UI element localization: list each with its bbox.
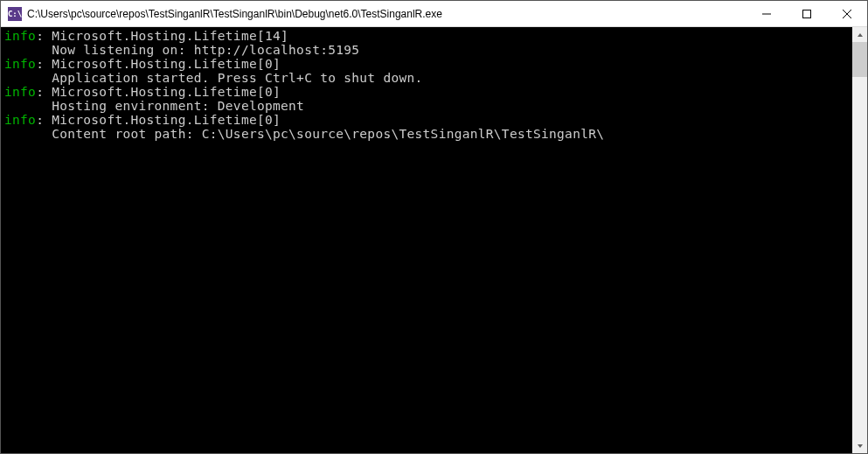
minimize-icon bbox=[762, 10, 771, 18]
log-message: Content root path: C:\Users\pc\source\re… bbox=[4, 127, 849, 141]
log-source: : Microsoft.Hosting.Lifetime[0] bbox=[36, 113, 281, 127]
chevron-down-icon bbox=[857, 443, 864, 450]
log-message: Application started. Press Ctrl+C to shu… bbox=[4, 71, 849, 85]
log-line-header: info: Microsoft.Hosting.Lifetime[0] bbox=[4, 57, 849, 71]
maximize-button[interactable] bbox=[787, 1, 827, 26]
maximize-icon bbox=[802, 10, 811, 18]
log-line-header: info: Microsoft.Hosting.Lifetime[0] bbox=[4, 113, 849, 127]
log-level: info bbox=[4, 29, 36, 43]
scroll-down-button[interactable] bbox=[852, 438, 867, 453]
close-button[interactable] bbox=[827, 1, 867, 26]
log-source: : Microsoft.Hosting.Lifetime[0] bbox=[36, 57, 281, 71]
svg-rect-1 bbox=[803, 10, 811, 17]
log-source: : Microsoft.Hosting.Lifetime[14] bbox=[36, 29, 288, 43]
log-line-header: info: Microsoft.Hosting.Lifetime[14] bbox=[4, 29, 849, 43]
app-icon: C:\ bbox=[8, 7, 22, 21]
log-level: info bbox=[4, 85, 36, 99]
vertical-scrollbar[interactable] bbox=[852, 27, 867, 453]
log-level: info bbox=[4, 113, 36, 127]
console-output[interactable]: info: Microsoft.Hosting.Lifetime[14] Now… bbox=[1, 27, 852, 453]
window-title: C:\Users\pc\source\repos\TestSinganlR\Te… bbox=[27, 8, 746, 20]
svg-marker-4 bbox=[858, 33, 863, 37]
scroll-track[interactable] bbox=[852, 42, 867, 438]
svg-marker-5 bbox=[858, 444, 863, 448]
log-level: info bbox=[4, 57, 36, 71]
scroll-thumb[interactable] bbox=[852, 42, 867, 77]
log-source: : Microsoft.Hosting.Lifetime[0] bbox=[36, 85, 281, 99]
log-message: Hosting environment: Development bbox=[4, 99, 849, 113]
log-line-header: info: Microsoft.Hosting.Lifetime[0] bbox=[4, 85, 849, 99]
minimize-button[interactable] bbox=[746, 1, 787, 26]
scroll-up-button[interactable] bbox=[852, 27, 867, 42]
titlebar[interactable]: C:\ C:\Users\pc\source\repos\TestSinganl… bbox=[1, 1, 867, 27]
window-controls bbox=[746, 1, 867, 26]
log-message: Now listening on: http://localhost:5195 bbox=[4, 43, 849, 57]
chevron-up-icon bbox=[857, 31, 864, 38]
close-icon bbox=[843, 10, 851, 18]
console-area: info: Microsoft.Hosting.Lifetime[14] Now… bbox=[1, 27, 867, 453]
